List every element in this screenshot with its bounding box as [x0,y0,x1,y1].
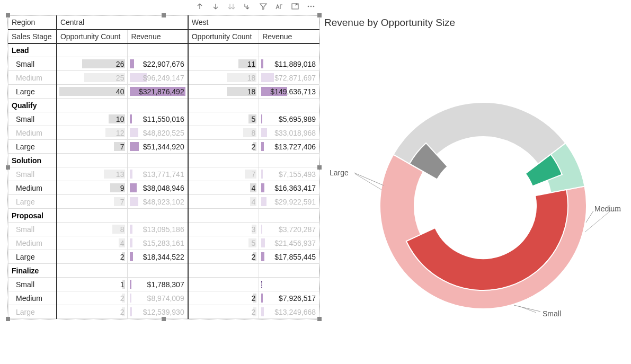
size-row[interactable]: Large [8,195,57,209]
revenue-cell[interactable]: $7,926,517 [259,291,319,305]
opportunity-count-cell[interactable]: 4 [188,195,259,209]
revenue-cell[interactable]: $8,974,009 [128,291,188,305]
opportunity-count-cell[interactable]: 8 [57,223,128,236]
opportunity-count-cell[interactable]: 26 [57,57,128,71]
region-header-west[interactable]: West [188,16,319,30]
size-row[interactable]: Medium [8,181,57,195]
opportunity-count-cell[interactable]: 2 [57,291,128,305]
opportunity-count-cell[interactable]: 1 [57,278,128,291]
more-options-icon[interactable] [307,2,315,11]
opportunity-count-cell[interactable]: 2 [188,305,259,319]
opportunity-count-cell[interactable]: 8 [188,126,259,140]
opportunity-count-cell[interactable]: 5 [188,112,259,126]
size-row[interactable]: Small [8,57,57,71]
revenue-cell[interactable]: $3,720,287 [259,223,319,236]
revenue-cell[interactable]: $17,855,445 [259,250,319,264]
revenue-cell[interactable]: $7,155,493 [259,167,319,181]
size-row[interactable]: Medium [8,126,57,140]
opportunity-count-cell[interactable]: 18 [188,85,259,99]
measure-header[interactable]: Revenue [128,30,188,43]
revenue-cell[interactable]: $38,048,946 [128,181,188,195]
size-row[interactable]: Large [8,305,57,319]
opportunity-count-cell[interactable]: 4 [188,181,259,195]
revenue-cell[interactable]: $29,922,591 [259,195,319,209]
opportunity-count-cell[interactable]: 9 [57,181,128,195]
revenue-cell[interactable]: $12,539,930 [128,305,188,319]
donut-visual[interactable]: Revenue by Opportunity Size Large Medium… [324,17,627,359]
revenue-cell[interactable]: $22,907,676 [128,57,188,71]
revenue-cell[interactable]: $15,283,161 [128,236,188,250]
drill-down-icon[interactable] [211,2,220,11]
spotlight-icon[interactable] [275,2,283,11]
size-row[interactable]: Large [8,140,57,154]
opportunity-count-cell[interactable]: 3 [188,223,259,236]
size-row[interactable]: Small [8,112,57,126]
revenue-cell[interactable]: $18,344,522 [128,250,188,264]
opportunity-count-cell[interactable]: 7 [57,195,128,209]
opportunity-count-cell[interactable]: 4 [57,236,128,250]
stage-group[interactable]: Qualify [8,99,57,112]
size-row[interactable]: Large [8,250,57,264]
size-row[interactable]: Small [8,223,57,236]
revenue-cell[interactable]: $5,695,989 [259,112,319,126]
revenue-cell[interactable]: $11,889,018 [259,57,319,71]
size-row[interactable]: Large [8,85,57,99]
measure-header[interactable]: Revenue [259,30,319,43]
matrix-table: Region Central West Sales Stage Opportun… [8,15,319,319]
opportunity-count-cell[interactable]: 2 [188,250,259,264]
revenue-cell[interactable]: $72,871,697 [259,71,319,85]
size-row[interactable]: Small [8,167,57,181]
stage-group[interactable]: Solution [8,154,57,167]
revenue-cell[interactable]: $33,018,968 [259,126,319,140]
region-header-central[interactable]: Central [57,16,188,30]
revenue-cell[interactable]: $149,636,713 [259,85,319,99]
revenue-cell[interactable]: $48,923,102 [128,195,188,209]
opportunity-count-cell[interactable]: 2 [188,140,259,154]
filter-icon[interactable] [259,2,268,11]
revenue-cell[interactable]: $13,249,668 [259,305,319,319]
revenue-cell[interactable]: $1,788,307 [128,278,188,291]
opportunity-count-cell[interactable]: 5 [188,236,259,250]
opportunity-count-cell[interactable]: 2 [188,291,259,305]
corner-stage[interactable]: Sales Stage [8,30,57,43]
chart-area[interactable]: Large Medium Small [324,31,627,359]
opportunity-count-cell[interactable]: 7 [57,140,128,154]
revenue-cell[interactable]: $16,363,417 [259,181,319,195]
revenue-cell[interactable]: $51,344,920 [128,140,188,154]
revenue-cell[interactable]: $13,095,186 [128,223,188,236]
opportunity-count-cell[interactable]: 11 [188,57,259,71]
size-row[interactable]: Medium [8,236,57,250]
revenue-cell[interactable]: $21,456,937 [259,236,319,250]
focus-mode-icon[interactable] [291,2,299,11]
matrix-visual[interactable]: Region Central West Sales Stage Opportun… [7,15,320,319]
stage-group[interactable]: Lead [8,43,57,57]
revenue-cell[interactable] [259,278,319,291]
drill-up-icon[interactable] [195,2,204,11]
revenue-cell[interactable]: $96,249,147 [128,71,188,85]
stage-group[interactable]: Proposal [8,209,57,223]
revenue-cell[interactable]: $11,550,016 [128,112,188,126]
opportunity-count-cell[interactable] [188,278,259,291]
measure-header[interactable]: Opportunity Count [57,30,128,43]
revenue-cell[interactable]: $321,876,492 [128,85,188,99]
corner-region[interactable]: Region [8,16,57,30]
opportunity-count-cell[interactable]: 2 [57,250,128,264]
expand-all-icon[interactable] [227,2,236,11]
opportunity-count-cell[interactable]: 13 [57,167,128,181]
revenue-cell[interactable]: $13,727,406 [259,140,319,154]
size-row[interactable]: Medium [8,71,57,85]
revenue-cell[interactable]: $48,820,525 [128,126,188,140]
size-row[interactable]: Medium [8,291,57,305]
opportunity-count-cell[interactable]: 12 [57,126,128,140]
opportunity-count-cell[interactable]: 7 [188,167,259,181]
opportunity-count-cell[interactable]: 2 [57,305,128,319]
stage-group[interactable]: Finalize [8,264,57,278]
size-row[interactable]: Small [8,278,57,291]
measure-header[interactable]: Opportunity Count [188,30,259,43]
goto-level-icon[interactable] [243,2,252,11]
opportunity-count-cell[interactable]: 18 [188,71,259,85]
opportunity-count-cell[interactable]: 10 [57,112,128,126]
revenue-cell[interactable]: $13,771,741 [128,167,188,181]
opportunity-count-cell[interactable]: 25 [57,71,128,85]
opportunity-count-cell[interactable]: 40 [57,85,128,99]
